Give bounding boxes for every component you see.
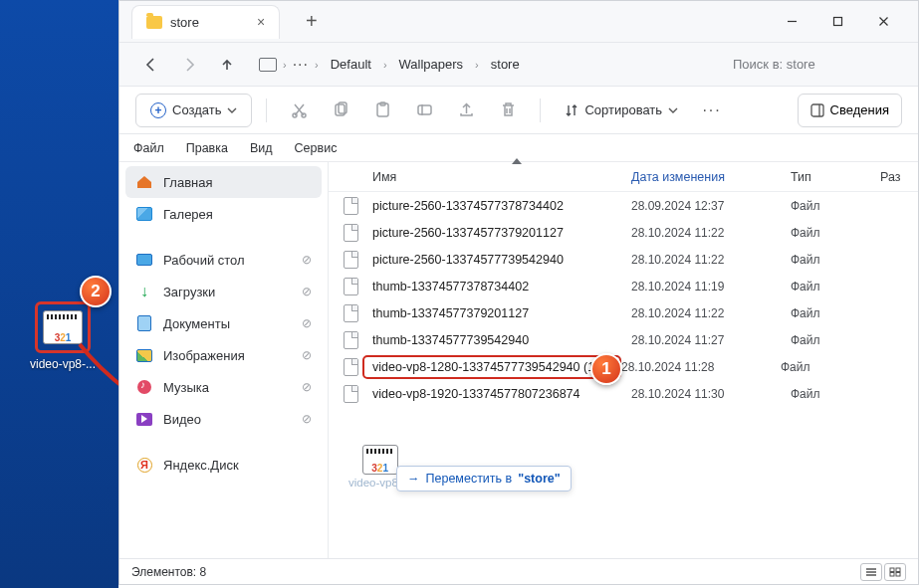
sidebar-item[interactable]: Рабочий стол⊘ xyxy=(125,244,322,276)
pin-icon[interactable]: ⊘ xyxy=(302,316,312,330)
sidebar-label: Галерея xyxy=(163,207,213,222)
address-bar[interactable]: › ··· › Default › Wallpapers › store xyxy=(249,48,717,82)
file-type: Файл xyxy=(791,333,880,347)
col-size[interactable]: Раз xyxy=(880,170,918,184)
desktop-file-video[interactable]: 321 video-vp8-... xyxy=(28,301,98,371)
breadcrumb-store[interactable]: store xyxy=(485,53,526,76)
view-thumbs-button[interactable] xyxy=(884,563,906,581)
sidebar-gallery[interactable]: Галерея xyxy=(125,198,322,230)
forward-button[interactable] xyxy=(173,49,205,81)
file-row[interactable]: picture-2560-1337457773954294028.10.2024… xyxy=(329,246,918,273)
sort-icon xyxy=(565,103,578,117)
dl-icon: ↓ xyxy=(135,283,153,300)
pin-icon[interactable]: ⊘ xyxy=(302,285,312,298)
view-details-button[interactable] xyxy=(860,563,882,581)
pin-icon[interactable]: ⊘ xyxy=(302,380,312,394)
sidebar-label: Изображения xyxy=(163,348,245,363)
file-row[interactable]: picture-2560-1337457737920112728.10.2024… xyxy=(329,219,918,246)
file-name: video-vp8-1280-13374577739542940 (1) xyxy=(362,355,621,379)
search-box[interactable]: Поиск в: store xyxy=(723,48,902,82)
close-button[interactable] xyxy=(860,6,906,38)
file-row[interactable]: thumb-1337457737920112728.10.2024 11:22Ф… xyxy=(329,299,918,326)
breadcrumb-wallpapers[interactable]: Wallpapers xyxy=(393,53,470,76)
tab-store[interactable]: store × xyxy=(131,5,280,39)
menu-tools[interactable]: Сервис xyxy=(285,137,347,159)
file-row[interactable]: thumb-1337457737873440228.10.2024 11:19Ф… xyxy=(329,273,918,299)
col-type[interactable]: Тип xyxy=(791,170,880,184)
rename-button[interactable] xyxy=(406,93,442,128)
file-type: Файл xyxy=(791,387,880,401)
svg-rect-12 xyxy=(896,572,900,576)
col-name[interactable]: Имя xyxy=(372,170,631,184)
pin-icon[interactable]: ⊘ xyxy=(302,348,312,362)
file-name: picture-2560-13374577378734402 xyxy=(372,199,631,213)
sidebar-item[interactable]: Документы⊘ xyxy=(125,307,322,339)
new-tab-button[interactable]: + xyxy=(306,10,318,33)
file-name: thumb-13374577379201127 xyxy=(372,306,631,320)
file-name: thumb-13374577378734402 xyxy=(372,280,631,294)
paste-button[interactable] xyxy=(364,93,400,128)
sidebar-label: Видео xyxy=(163,412,201,427)
sidebar-item[interactable]: Видео⊘ xyxy=(125,403,322,435)
pin-icon[interactable]: ⊘ xyxy=(302,412,312,426)
minimize-button[interactable] xyxy=(769,6,814,38)
home-icon xyxy=(135,173,153,191)
breadcrumb-overflow[interactable]: ··· xyxy=(293,56,309,74)
doc-icon xyxy=(135,314,153,332)
col-date[interactable]: Дата изменения xyxy=(631,170,791,184)
create-button[interactable]: + Создать xyxy=(135,94,252,127)
file-date: 28.10.2024 11:28 xyxy=(621,360,781,374)
status-count: Элементов: 8 xyxy=(131,565,206,579)
copy-button[interactable] xyxy=(323,93,358,128)
details-label: Сведения xyxy=(830,102,889,117)
pic-icon xyxy=(135,346,153,364)
cut-button[interactable] xyxy=(281,93,317,128)
folder-icon xyxy=(146,16,162,29)
file-name: picture-2560-13374577379201127 xyxy=(372,226,631,240)
nav-row: › ··· › Default › Wallpapers › store Пои… xyxy=(119,43,918,87)
file-row[interactable]: thumb-1337457773954294028.10.2024 11:27Ф… xyxy=(329,326,918,353)
svg-rect-9 xyxy=(890,568,894,572)
pin-icon[interactable]: ⊘ xyxy=(302,253,312,267)
menu-edit[interactable]: Правка xyxy=(176,137,238,159)
details-button[interactable]: Сведения xyxy=(798,94,902,127)
file-icon xyxy=(329,251,372,269)
file-date: 28.10.2024 11:30 xyxy=(631,387,791,401)
file-icon xyxy=(329,197,372,215)
more-button[interactable]: ··· xyxy=(694,93,730,128)
menu-file[interactable]: Файл xyxy=(123,137,174,159)
sidebar-label: Музыка xyxy=(163,380,209,395)
mus-icon xyxy=(135,378,153,396)
sidebar-item[interactable]: Изображения⊘ xyxy=(125,339,322,371)
svg-rect-10 xyxy=(896,568,900,572)
sidebar-item[interactable]: ↓Загрузки⊘ xyxy=(125,276,322,307)
file-icon xyxy=(329,385,372,403)
file-row[interactable]: video-vp8-1920-1337457780723687428.10.20… xyxy=(329,380,918,407)
file-row[interactable]: video-vp8-1280-13374577739542940 (1)28.1… xyxy=(329,353,918,380)
maximize-button[interactable] xyxy=(814,6,860,38)
menu-view[interactable]: Вид xyxy=(240,137,283,159)
svg-rect-11 xyxy=(890,572,894,576)
tab-close-icon[interactable]: × xyxy=(257,14,265,30)
view-toggle xyxy=(860,563,906,581)
breadcrumb-default[interactable]: Default xyxy=(325,53,377,76)
search-placeholder: Поиск в: store xyxy=(733,57,815,72)
delete-button[interactable] xyxy=(490,93,526,128)
details-icon xyxy=(810,103,824,117)
sidebar-item[interactable]: Музыка⊘ xyxy=(125,371,322,403)
sidebar-yandex[interactable]: Я Яндекс.Диск xyxy=(125,449,322,481)
file-row[interactable]: picture-2560-1337457737873440228.09.2024… xyxy=(329,192,918,219)
share-button[interactable] xyxy=(448,93,484,128)
drag-action-prefix: Переместить в xyxy=(426,472,513,486)
file-type: Файл xyxy=(791,280,880,294)
svg-rect-8 xyxy=(811,104,823,116)
sort-button[interactable]: Сортировать xyxy=(555,94,688,127)
back-button[interactable] xyxy=(135,49,167,81)
file-icon xyxy=(329,224,372,242)
file-type: Файл xyxy=(791,199,880,213)
sidebar-home[interactable]: Главная xyxy=(125,166,322,198)
up-button[interactable] xyxy=(211,49,243,81)
file-date: 28.10.2024 11:22 xyxy=(631,306,791,320)
titlebar: store × + xyxy=(119,1,918,43)
sidebar-label: Загрузки xyxy=(163,285,215,299)
